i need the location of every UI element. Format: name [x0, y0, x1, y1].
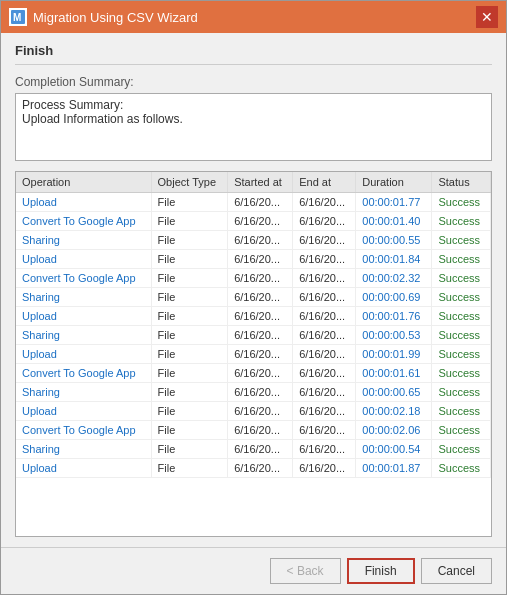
wizard-window: M Migration Using CSV Wizard ✕ Finish Co…	[0, 0, 507, 595]
col-object-type: Object Type	[151, 172, 228, 193]
summary-box: Process Summary: Upload Information as f…	[15, 93, 492, 161]
table-row: UploadFile6/16/20...6/16/20...00:00:01.8…	[16, 250, 491, 269]
results-table-container[interactable]: Operation Object Type Started at End at …	[15, 171, 492, 537]
table-row: SharingFile6/16/20...6/16/20...00:00:00.…	[16, 288, 491, 307]
col-status: Status	[432, 172, 491, 193]
col-started-at: Started at	[228, 172, 293, 193]
completion-label: Completion Summary:	[15, 75, 492, 89]
close-button[interactable]: ✕	[476, 6, 498, 28]
window-title: Migration Using CSV Wizard	[33, 10, 198, 25]
cancel-button[interactable]: Cancel	[421, 558, 492, 584]
section-header: Finish	[15, 43, 492, 65]
table-row: SharingFile6/16/20...6/16/20...00:00:00.…	[16, 383, 491, 402]
table-header-row: Operation Object Type Started at End at …	[16, 172, 491, 193]
table-row: Convert To Google AppFile6/16/20...6/16/…	[16, 212, 491, 231]
table-row: UploadFile6/16/20...6/16/20...00:00:02.1…	[16, 402, 491, 421]
footer: < Back Finish Cancel	[1, 547, 506, 594]
table-row: Convert To Google AppFile6/16/20...6/16/…	[16, 364, 491, 383]
summary-line-1: Process Summary:	[22, 98, 485, 112]
summary-line-2: Upload Information as follows.	[22, 112, 485, 126]
table-row: SharingFile6/16/20...6/16/20...00:00:00.…	[16, 440, 491, 459]
table-row: SharingFile6/16/20...6/16/20...00:00:00.…	[16, 326, 491, 345]
table-row: Convert To Google AppFile6/16/20...6/16/…	[16, 421, 491, 440]
col-end-at: End at	[293, 172, 356, 193]
svg-text:M: M	[13, 12, 21, 23]
table-row: Convert To Google AppFile6/16/20...6/16/…	[16, 269, 491, 288]
finish-button[interactable]: Finish	[347, 558, 415, 584]
app-icon: M	[9, 8, 27, 26]
title-bar-left: M Migration Using CSV Wizard	[9, 8, 198, 26]
col-operation: Operation	[16, 172, 151, 193]
table-row: UploadFile6/16/20...6/16/20...00:00:01.7…	[16, 193, 491, 212]
main-content: Finish Completion Summary: Process Summa…	[1, 33, 506, 547]
table-row: UploadFile6/16/20...6/16/20...00:00:01.7…	[16, 307, 491, 326]
title-bar: M Migration Using CSV Wizard ✕	[1, 1, 506, 33]
table-row: UploadFile6/16/20...6/16/20...00:00:01.8…	[16, 459, 491, 478]
table-row: UploadFile6/16/20...6/16/20...00:00:01.9…	[16, 345, 491, 364]
table-row: SharingFile6/16/20...6/16/20...00:00:00.…	[16, 231, 491, 250]
back-button[interactable]: < Back	[270, 558, 341, 584]
col-duration: Duration	[356, 172, 432, 193]
results-table: Operation Object Type Started at End at …	[16, 172, 491, 478]
